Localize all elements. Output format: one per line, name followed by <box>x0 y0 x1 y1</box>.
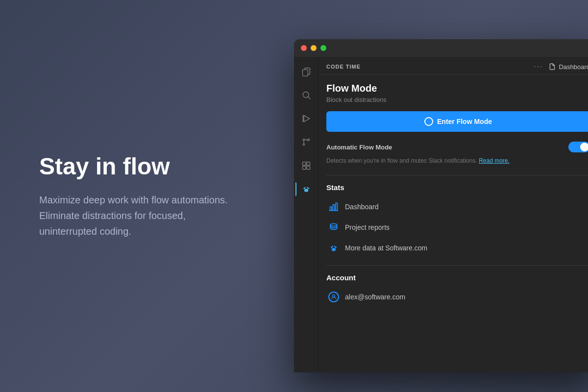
account-section-title: Account <box>326 273 588 282</box>
read-more-link[interactable]: Read more. <box>479 157 510 164</box>
svg-line-3 <box>308 97 310 99</box>
svg-point-13 <box>304 189 308 192</box>
enter-flow-mode-button[interactable]: Enter Flow Mode <box>326 111 588 132</box>
code-time-panel: CODE TIME ··· Dashboard <box>318 57 588 372</box>
enter-flow-btn-label: Enter Flow Mode <box>437 118 492 125</box>
minimize-button[interactable] <box>311 45 317 51</box>
panel-content: Flow Mode Block out distractions Enter F… <box>318 75 588 372</box>
activity-explorer-icon[interactable] <box>295 61 317 82</box>
flow-btn-circle-icon <box>424 117 433 126</box>
svg-rect-11 <box>302 166 306 170</box>
stats-list: Dashboard <box>326 197 588 257</box>
activity-git-icon[interactable] <box>295 131 317 153</box>
svg-point-23 <box>332 248 336 251</box>
maximize-button[interactable] <box>320 45 326 51</box>
svg-rect-10 <box>306 162 310 166</box>
activity-bar <box>294 57 318 372</box>
panel-title: CODE TIME <box>326 64 361 70</box>
account-section: Account alex@software.com <box>326 273 588 306</box>
svg-rect-1 <box>302 70 308 76</box>
svg-point-22 <box>330 224 337 226</box>
panel-header: CODE TIME ··· Dashboard <box>318 57 588 75</box>
svg-point-6 <box>303 139 304 140</box>
traffic-lights <box>301 45 326 51</box>
user-icon <box>328 292 339 302</box>
svg-point-25 <box>335 246 337 248</box>
dashboard-link[interactable]: Dashboard <box>549 63 588 71</box>
auto-flow-toggle[interactable] <box>568 142 588 152</box>
page-wrapper: Stay in flow Maximize deep work with flo… <box>0 0 588 392</box>
svg-point-2 <box>303 92 309 98</box>
divider-1 <box>326 175 588 175</box>
dashboard-link-label: Dashboard <box>559 63 588 71</box>
svg-rect-9 <box>302 162 306 166</box>
svg-rect-18 <box>330 207 332 211</box>
auto-flow-label: Automatic Flow Mode <box>326 144 392 151</box>
activity-plugin-icon[interactable] <box>295 178 317 200</box>
svg-rect-20 <box>336 203 337 211</box>
stats-more-data-label: More data at Software.com <box>345 244 427 252</box>
vscode-window: CODE TIME ··· Dashboard <box>294 39 588 372</box>
flow-mode-section: Flow Mode Block out distractions Enter F… <box>326 83 588 165</box>
panel-header-right: ··· Dashboard <box>534 63 588 71</box>
auto-flow-description: Detects when you're in flow and mutes Sl… <box>326 156 588 165</box>
hero-section: Stay in flow Maximize deep work with flo… <box>0 123 274 268</box>
more-options-button[interactable]: ··· <box>534 63 543 71</box>
svg-point-24 <box>331 246 332 248</box>
hero-subtitle: Maximize deep work with flow automations… <box>39 192 235 239</box>
flow-mode-title: Flow Mode <box>326 83 588 94</box>
svg-rect-19 <box>333 205 334 211</box>
svg-point-8 <box>303 144 304 145</box>
svg-point-17 <box>307 187 308 188</box>
stats-item-more-data[interactable]: More data at Software.com <box>326 239 588 257</box>
svg-point-7 <box>308 139 309 140</box>
svg-point-28 <box>333 294 335 297</box>
activity-search-icon[interactable] <box>295 84 317 106</box>
svg-marker-4 <box>304 115 310 122</box>
account-email: alex@software.com <box>345 293 405 301</box>
activity-run-icon[interactable] <box>295 108 317 129</box>
stats-section-title: Stats <box>326 183 588 192</box>
stats-section: Stats <box>326 183 588 257</box>
auto-flow-row: Automatic Flow Mode <box>326 142 588 152</box>
stats-project-reports-label: Project reports <box>345 223 390 231</box>
stats-item-dashboard[interactable]: Dashboard <box>326 197 588 216</box>
svg-point-26 <box>332 245 334 247</box>
svg-rect-12 <box>306 166 310 170</box>
close-button[interactable] <box>301 45 307 51</box>
hero-title: Stay in flow <box>39 153 235 180</box>
paw-software-icon <box>328 243 339 253</box>
flow-mode-subtitle: Block out distractions <box>326 96 588 103</box>
dashboard-link-icon <box>549 63 556 70</box>
divider-2 <box>326 265 588 266</box>
svg-point-27 <box>334 245 336 247</box>
stats-item-project-reports[interactable]: Project reports <box>326 218 588 237</box>
bar-chart-icon <box>328 201 339 212</box>
activity-extensions-icon[interactable] <box>295 155 317 176</box>
title-bar <box>294 39 588 57</box>
stats-dashboard-label: Dashboard <box>345 203 379 211</box>
svg-point-16 <box>304 187 306 188</box>
account-item[interactable]: alex@software.com <box>326 288 588 306</box>
main-area: CODE TIME ··· Dashboard <box>294 57 588 372</box>
database-icon <box>328 222 339 233</box>
